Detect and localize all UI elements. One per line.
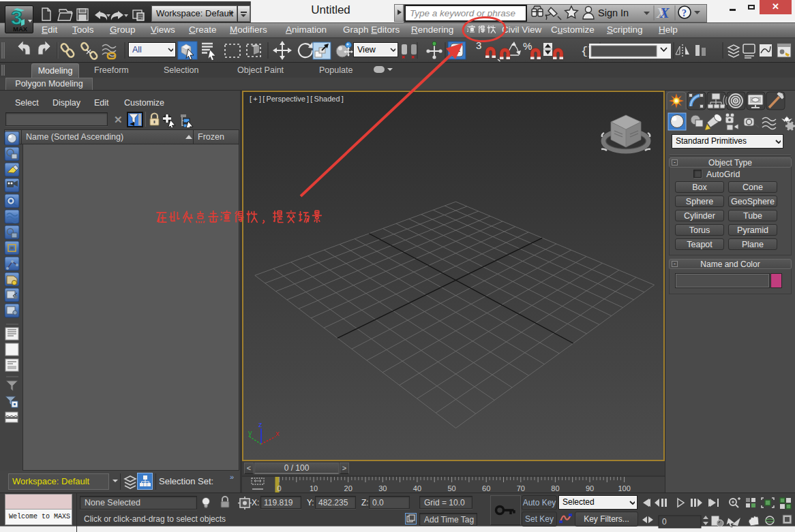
svg-text:Sign In: Sign In (598, 7, 629, 18)
svg-text:X: X (659, 5, 670, 20)
svg-text:z: z (258, 420, 262, 428)
svg-text:y: y (248, 428, 252, 437)
svg-text:0: 0 (662, 517, 667, 527)
svg-text:60: 60 (482, 484, 490, 492)
svg-text:100: 100 (618, 484, 630, 492)
svg-text:30: 30 (378, 484, 387, 492)
svg-text:3: 3 (476, 40, 481, 51)
svg-text:?: ? (682, 8, 687, 18)
svg-text:70: 70 (517, 484, 525, 492)
svg-text:80: 80 (551, 484, 559, 492)
svg-text:90: 90 (586, 484, 594, 492)
svg-text:50: 50 (447, 484, 455, 492)
svg-text:10: 10 (310, 484, 318, 492)
svg-text:20: 20 (344, 484, 352, 492)
svg-text:x: x (275, 429, 280, 437)
svg-text:40: 40 (413, 484, 421, 492)
svg-text:MAX: MAX (13, 25, 28, 33)
svg-text:%: % (523, 40, 532, 52)
svg-text:0: 0 (277, 484, 281, 492)
